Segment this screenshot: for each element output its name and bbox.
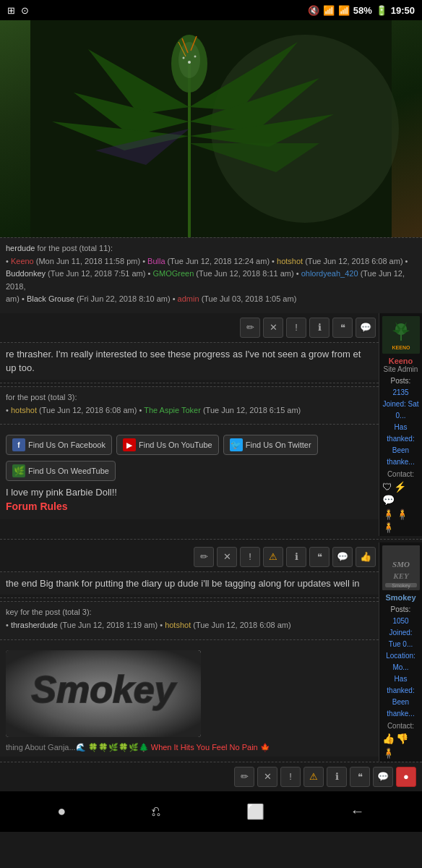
battery-level: 58%	[353, 5, 372, 16]
smokey-avatar: SMO KEY Smokey	[382, 545, 420, 590]
user-admin[interactable]: admin	[178, 294, 199, 303]
youtube-btn[interactable]: ▶ Find Us On YouTube	[116, 435, 219, 455]
barbie-text: I love my pink Barbie Doll!!	[6, 487, 373, 498]
post2-main: ✏ ✕ ! ℹ ❝ 💬 re thrasher. I'm really inte…	[0, 313, 379, 536]
report-btn[interactable]: !	[286, 318, 306, 338]
keeno-stats: Posts: 2135 Joined: Sat 0... Has thanked…	[382, 375, 419, 468]
reply-btn-2[interactable]: 💬	[332, 547, 353, 567]
shield-icon: 🛡	[382, 481, 392, 493]
user-keeno[interactable]: Keeno	[11, 257, 34, 265]
status-right: 🔇 📶 📶 58% 🔋 19:50	[308, 5, 415, 16]
meta-hotshot-2[interactable]: hotshot	[165, 621, 191, 629]
svg-text:KEENO: KEENO	[392, 345, 410, 350]
nav-back-alt[interactable]: ⎌	[146, 797, 166, 825]
user-bulla[interactable]: Bulla	[147, 257, 165, 265]
person-green-icon: 🧍	[396, 509, 408, 520]
post4-toolbar: ✏ ✕ ! ⚠ ℹ ❝ 💬 ●	[0, 762, 422, 791]
like-btn[interactable]: 👍	[356, 547, 376, 567]
keeno-contact: Contact:	[382, 470, 419, 478]
youtube-icon: ▶	[123, 438, 136, 451]
facebook-label: Find Us On Facebook	[28, 441, 106, 449]
delete-btn[interactable]: ✕	[263, 318, 283, 338]
report-btn-2[interactable]: !	[240, 547, 260, 567]
meta-aspietoker[interactable]: The Aspie Toker	[144, 406, 201, 414]
social-links-section: f Find Us On Facebook ▶ Find Us On YouTu…	[0, 424, 379, 519]
keeno-role: Site Admin	[382, 365, 419, 373]
twitter-btn[interactable]: 🐦 Find Us On Twitter	[223, 435, 318, 455]
quote-btn-2[interactable]: ❝	[309, 547, 330, 567]
edit-btn-3[interactable]: ✏	[234, 767, 254, 787]
svg-point-16	[188, 61, 191, 64]
post2-toolbar: ✏ ✕ ! ℹ ❝ 💬	[0, 318, 379, 338]
edit-btn[interactable]: ✏	[240, 318, 260, 338]
quote-btn-3[interactable]: ❝	[350, 767, 370, 787]
svg-text:SMO: SMO	[392, 560, 410, 569]
post1-thanks: herdude for the post (total 11): • Keeno…	[0, 237, 422, 313]
person-red-icon: 🧍	[382, 509, 395, 520]
wifi-icon: 📶	[323, 5, 335, 16]
sig-line-1: thing About Ganja...🌊 🍀🍀🌿🍀🌿🌲 When It Hit…	[6, 743, 373, 752]
user-buddonkey[interactable]: Buddonkey	[6, 269, 46, 278]
post3-content: the end Big thank for putting the diary …	[0, 571, 379, 595]
delete-btn-2[interactable]: ✕	[217, 547, 237, 567]
svg-text:Smokey: Smokey	[31, 668, 178, 710]
youtube-label: Find Us On YouTube	[139, 441, 212, 449]
partial-username[interactable]: herdude	[6, 244, 35, 252]
thanks-line-1: herdude for the post (total 11): • Keeno…	[6, 242, 416, 306]
info-btn-3[interactable]: ℹ	[327, 767, 347, 787]
reply-btn-3[interactable]: 💬	[373, 767, 393, 787]
person-blue-icon: 🧍	[382, 522, 395, 533]
quote-btn[interactable]: ❝	[332, 318, 353, 338]
keeno-avatar-area: KEENO Keeno Site Admin Posts: 2135 Joine…	[382, 316, 419, 533]
keeno-icons: 🛡 ⚡ 💬	[382, 481, 419, 506]
nav-back[interactable]: ←	[345, 797, 371, 825]
info-btn[interactable]: ℹ	[309, 318, 330, 338]
twitter-icon: 🐦	[230, 438, 243, 451]
warn-btn[interactable]: ⚠	[263, 547, 283, 567]
nav-bar: ● ⎌ ⬜ ←	[0, 791, 422, 832]
user-hotshot[interactable]: hotshot	[277, 257, 303, 265]
thumbdown-icon: 👎	[396, 733, 408, 744]
info-btn-2[interactable]: ℹ	[286, 547, 306, 567]
edit-btn-2[interactable]: ✏	[194, 547, 214, 567]
social-links: f Find Us On Facebook ▶ Find Us On YouTu…	[6, 435, 373, 455]
action-red-btn[interactable]: ●	[396, 767, 416, 787]
smokey-contact: Contact:	[382, 722, 419, 730]
user-ohlordyeah[interactable]: ohlordyeah_420	[301, 269, 358, 278]
svg-text:KEY: KEY	[392, 571, 410, 580]
post3-meta: key for the post (total 3): • thrasherdu…	[0, 601, 379, 639]
warn-btn-2[interactable]: ⚠	[303, 767, 324, 787]
post3-body: the end Big thank for putting the diary …	[6, 576, 373, 591]
post2-meta: for the post (total 3): • hotshot (Tue J…	[0, 386, 379, 424]
sig-link-pain[interactable]: When It Hits You Feel No Pain	[151, 743, 258, 752]
signal-icon: 📶	[338, 5, 350, 16]
user-gmogreen[interactable]: GMOGreen	[152, 269, 194, 278]
post3-wrapper: ✏ ✕ ! ⚠ ℹ ❝ 💬 👍 the end Big thank for pu…	[0, 542, 422, 762]
svg-point-10	[178, 42, 200, 78]
meta-thrasherdude[interactable]: thrasherdude	[11, 621, 58, 629]
nav-dot[interactable]: ●	[51, 797, 72, 825]
mute-icon: 🔇	[308, 5, 319, 16]
post3-toolbar: ✏ ✕ ! ⚠ ℹ ❝ 💬 👍	[0, 547, 379, 567]
smokey-stats: Posts: 1050 Joined: Tue 0... Location: M…	[382, 604, 419, 720]
smokey-sig-image: Smokey Smokey	[6, 650, 201, 737]
status-bar: ⊞ ⊙ 🔇 📶 📶 58% 🔋 19:50	[0, 0, 422, 20]
reply-btn[interactable]: 💬	[356, 318, 376, 338]
post3-main: ✏ ✕ ! ⚠ ℹ ❝ 💬 👍 the end Big thank for pu…	[0, 542, 379, 762]
post2-body: re thrasher. I'm really interested to se…	[6, 347, 373, 375]
smokey-username[interactable]: Smokey	[382, 593, 419, 602]
post2-content: re thrasher. I'm really interested to se…	[0, 342, 379, 380]
weedtube-icon: 🌿	[12, 464, 25, 477]
thumbup-icon: 👍	[382, 733, 395, 744]
nav-home[interactable]: ⬜	[241, 797, 270, 826]
forum-rules-link[interactable]: Forum Rules	[6, 501, 373, 512]
user-blackgrouse[interactable]: Black Grouse	[27, 294, 74, 303]
report-btn-3[interactable]: !	[280, 767, 301, 787]
delete-btn-3[interactable]: ✕	[257, 767, 277, 787]
facebook-btn[interactable]: f Find Us On Facebook	[6, 435, 112, 455]
keeno-username[interactable]: Keeno	[382, 357, 419, 365]
chat-icon: 💬	[382, 494, 395, 506]
status-icons: ⊞ ⊙	[7, 5, 29, 16]
meta-hotshot[interactable]: hotshot	[11, 406, 37, 414]
weedtube-btn[interactable]: 🌿 Find Us On WeedTube	[6, 461, 116, 481]
